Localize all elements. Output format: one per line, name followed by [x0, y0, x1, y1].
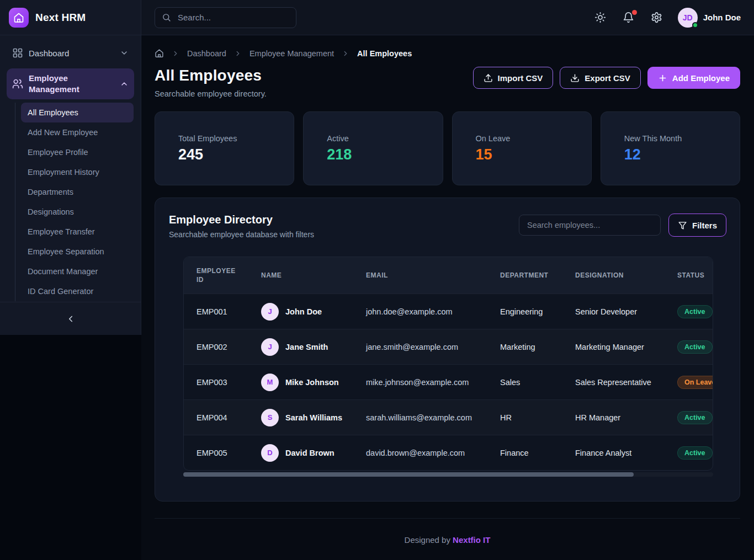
submenu-item-label: Departments — [28, 188, 73, 196]
status-badge: Active — [677, 411, 713, 424]
column-header: Designation — [562, 271, 665, 280]
column-header: Employee ID — [184, 266, 248, 284]
employee-name: Jane Smith — [285, 343, 328, 351]
notification-dot — [632, 10, 637, 15]
sidebar-submenu: All Employees Add New Employee Employee … — [15, 103, 134, 301]
horizontal-scrollbar-thumb[interactable] — [183, 472, 634, 477]
sidebar-item-designations[interactable]: Designations — [21, 202, 134, 222]
app-logo[interactable] — [9, 8, 29, 28]
employee-name: Sarah Williams — [285, 413, 342, 422]
sidebar-item-employee-management[interactable]: Employee Management — [7, 68, 134, 99]
submenu-item-label: Add New Employee — [28, 128, 98, 137]
user-menu[interactable]: JD John Doe — [678, 8, 741, 28]
sidebar-item-employee-profile[interactable]: Employee Profile — [21, 142, 134, 162]
table-body: EMP001 J John Doe john.doe@example.com E… — [184, 294, 713, 470]
sidebar-item-employee-separation[interactable]: Employee Separation — [21, 242, 134, 262]
cell-designation: Marketing Manager — [562, 343, 665, 351]
filters-button[interactable]: Filters — [668, 214, 726, 237]
sidebar-item-employee-transfer[interactable]: Employee Transfer — [21, 222, 134, 242]
footer-text: Designed by Nextfio IT — [155, 519, 740, 545]
sidebar-item-employment-history[interactable]: Employment History — [21, 162, 134, 182]
table-row[interactable]: EMP005 D David Brown david.brown@example… — [184, 435, 713, 470]
page-actions: Import CSV Export CSV Add Employee — [473, 67, 740, 89]
stat-label: Total Employees — [178, 134, 294, 143]
employee-search-input[interactable] — [519, 215, 661, 236]
export-csv-button[interactable]: Export CSV — [560, 67, 641, 89]
global-search-input[interactable] — [177, 12, 289, 23]
sidebar-footer — [0, 302, 141, 335]
page-header: All Employees Searchable employee direct… — [155, 67, 740, 98]
table-row[interactable]: EMP004 S Sarah Williams sarah.williams@e… — [184, 399, 713, 435]
breadcrumb: Dashboard Employee Management All Employ… — [155, 49, 740, 58]
topbar: JD John Doe — [141, 0, 754, 35]
sidebar-item-dashboard[interactable]: Dashboard — [7, 42, 134, 64]
cell-department: Finance — [487, 449, 562, 457]
avatar: J — [261, 303, 279, 321]
cell-email: david.brown@example.com — [353, 449, 487, 457]
panel-tools: Filters — [519, 214, 726, 237]
submenu-item-label: Document Manager — [28, 267, 98, 276]
table-row[interactable]: EMP002 J Jane Smith jane.smith@example.c… — [184, 329, 713, 364]
home-icon[interactable] — [155, 49, 164, 58]
status-badge: On Leave — [677, 376, 713, 389]
table-row[interactable]: EMP003 M Mike Johnson mike.johnson@examp… — [184, 364, 713, 399]
avatar: J — [261, 338, 279, 356]
table-header-row: Employee IDNameEmailDepartmentDesignatio… — [184, 257, 713, 294]
import-csv-button[interactable]: Import CSV — [473, 67, 554, 89]
upload-icon — [484, 73, 493, 83]
submenu-item-label: ID Card Generator — [28, 287, 93, 296]
cell-email: jane.smith@example.com — [353, 343, 487, 351]
brand-name: Next HRM — [35, 12, 86, 24]
breadcrumb-employee-management[interactable]: Employee Management — [249, 49, 334, 58]
stat-value: 245 — [178, 146, 294, 163]
cell-name: M Mike Johnson — [248, 374, 353, 391]
sidebar-item-all-employees[interactable]: All Employees — [21, 103, 134, 122]
column-header: Email — [353, 271, 487, 280]
stat-value: 12 — [624, 146, 740, 163]
stat-card: On Leave 15 — [452, 111, 592, 185]
main-content: Dashboard Employee Management All Employ… — [141, 35, 754, 560]
global-search — [155, 7, 296, 28]
chevron-up-icon — [120, 79, 129, 88]
panel-subtitle: Searchable employee database with filter… — [169, 230, 314, 239]
stat-label: On Leave — [476, 134, 591, 143]
notifications-button[interactable] — [622, 10, 635, 24]
cell-status: Active — [665, 446, 713, 460]
status-badge: Active — [677, 446, 713, 460]
cell-name: D David Brown — [248, 444, 353, 462]
submenu-item-label: Employee Separation — [28, 247, 104, 256]
table-row[interactable]: EMP001 J John Doe john.doe@example.com E… — [184, 294, 713, 329]
add-employee-button[interactable]: Add Employee — [647, 67, 740, 89]
avatar-initial: S — [268, 413, 273, 422]
panel-title: Employee Directory — [169, 214, 314, 226]
avatar-initial: J — [268, 343, 272, 351]
search-icon — [162, 13, 171, 22]
cell-email: mike.johnson@example.com — [353, 378, 487, 387]
avatar-initial: D — [267, 449, 272, 457]
cell-status: Active — [665, 340, 713, 354]
settings-button[interactable] — [650, 10, 663, 24]
sidebar-item-document-manager[interactable]: Document Manager — [21, 262, 134, 281]
theme-toggle-button[interactable] — [593, 10, 607, 24]
user-name: John Doe — [703, 13, 741, 22]
filter-icon — [678, 221, 687, 230]
sidebar-item-add-new-employee[interactable]: Add New Employee — [21, 122, 134, 142]
cell-employee-id: EMP005 — [184, 449, 248, 457]
chevron-down-icon — [120, 49, 129, 57]
house-icon — [13, 12, 24, 23]
sidebar-item-id-card-generator[interactable]: ID Card Generator — [21, 281, 134, 301]
submenu-item-label: All Employees — [28, 108, 78, 117]
footer-brand-link[interactable]: Nextfio IT — [453, 535, 490, 545]
sidebar-item-departments[interactable]: Departments — [21, 182, 134, 202]
cell-status: On Leave — [665, 376, 713, 389]
chevron-left-icon — [66, 314, 76, 324]
avatar-initial: M — [267, 378, 273, 386]
cell-department: Engineering — [487, 307, 562, 316]
horizontal-scrollbar-track[interactable] — [183, 472, 713, 477]
cell-email: john.doe@example.com — [353, 307, 487, 316]
status-badge: Active — [677, 340, 713, 354]
sidebar-collapse-button[interactable] — [61, 310, 80, 328]
cell-department: Sales — [487, 378, 562, 387]
online-status-dot — [692, 22, 698, 28]
breadcrumb-dashboard[interactable]: Dashboard — [187, 49, 226, 58]
